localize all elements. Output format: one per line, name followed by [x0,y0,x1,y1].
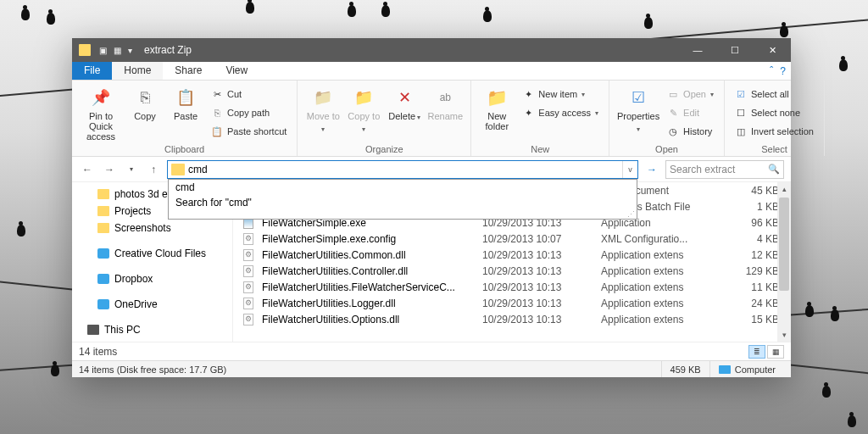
scrollbar[interactable]: ▴ ▾ [777,182,791,342]
move-to-button[interactable]: Move to [304,84,342,135]
pin-quick-access-button[interactable]: Pin to Quick access [79,84,123,142]
new-folder-button[interactable]: New folder [478,84,515,131]
rename-button[interactable]: Rename [426,84,464,121]
file-row[interactable]: FileWatcherUtilities.Controller.dll10/29… [233,263,791,279]
new-item-icon: ✦ [522,88,534,100]
file-name: FileWatcherUtilities.Common.dll [262,249,482,261]
tab-file[interactable]: File [72,62,112,80]
minimize-button[interactable]: — [679,38,716,62]
file-row[interactable]: FileWatcherSimple.exe.config10/29/2013 1… [233,231,791,247]
close-button[interactable]: ✕ [754,38,791,62]
file-row[interactable]: FileWatcherUtilities.Logger.dll10/29/201… [233,295,791,311]
open-button[interactable]: ▭Open [664,86,717,103]
sidebar-item[interactable]: Screenshots [72,220,232,236]
edit-button[interactable]: ✎Edit [664,104,717,121]
invert-selection-button[interactable]: ◫Invert selection [732,123,817,140]
file-type: Application extens [601,314,720,326]
scroll-thumb[interactable] [779,198,789,291]
tab-home[interactable]: Home [112,62,163,80]
address-dropdown-icon[interactable]: v [622,161,637,178]
new-item-button[interactable]: ✦New item [519,86,602,103]
file-icon [242,265,255,277]
scroll-up-icon[interactable]: ▴ [777,182,791,196]
qat-properties-icon[interactable]: ▣ [99,46,107,55]
scroll-down-icon[interactable]: ▾ [777,328,791,342]
file-size: 1 KB [720,201,779,213]
sidebar-item[interactable]: OneDrive [72,296,232,313]
paste-button[interactable]: Paste [167,84,204,121]
maximize-button[interactable]: ☐ [716,38,754,62]
file-type: Application extens [601,249,720,261]
cut-button[interactable]: Cut [208,86,290,103]
help-icon[interactable]: ? [780,65,786,77]
tab-share[interactable]: Share [163,62,214,80]
file-name: FileWatcherUtilities.Logger.dll [262,298,482,309]
file-name: FileWatcherSimple.exe.config [262,233,482,245]
copy-button[interactable]: Copy [126,84,164,121]
cut-icon [211,88,223,100]
file-date: 10/29/2013 10:07 [482,233,601,245]
sidebar-item[interactable]: Creative Cloud Files [72,245,232,262]
sidebar-item[interactable]: 3D Objects [72,338,232,342]
easy-access-button[interactable]: ✦Easy access [519,104,602,121]
tab-view[interactable]: View [214,62,259,80]
open-icon: ▭ [667,88,679,100]
copy-path-button[interactable]: Copy path [208,104,290,121]
new-folder-icon [485,86,509,109]
resize-grip-icon[interactable]: ⋰ [169,210,637,219]
icons-view-button[interactable]: ▦ [767,345,784,359]
forward-button[interactable]: → [101,161,118,178]
sidebar-item[interactable]: Dropbox [72,270,232,287]
properties-button[interactable]: Properties [616,84,660,135]
group-label: Select [732,142,817,154]
history-button[interactable]: ◷History [664,123,717,140]
file-icon [242,249,255,261]
sidebar-item-label: This PC [104,324,141,336]
file-name: FileWatcherUtilities.FileWatcherServiceC… [262,281,482,293]
copy-icon [133,86,157,109]
items-bar: 14 items ≣ ▦ [72,342,791,360]
up-button[interactable]: ↑ [145,161,162,178]
file-size: 45 KB [720,185,779,197]
file-type: Application extens [601,265,720,277]
address-bar[interactable]: v cmd Search for "cmd" ⋰ [167,160,638,179]
address-input[interactable] [188,162,622,177]
file-row[interactable]: FileWatcherUtilities.Options.dll10/29/20… [233,311,791,327]
suggestion-item[interactable]: cmd [169,180,637,195]
suggestion-item[interactable]: Search for "cmd" [169,195,637,210]
address-row: ← → ▾ ↑ v cmd Search for "cmd" ⋰ → Searc… [72,157,791,182]
file-date: 10/29/2013 10:13 [482,298,601,309]
details-view-button[interactable]: ≣ [748,345,765,359]
paste-shortcut-button[interactable]: Paste shortcut [208,123,290,140]
delete-button[interactable]: Delete [386,84,423,123]
status-size: 459 KB [661,361,709,377]
file-row[interactable]: FileWatcherUtilities.FileWatcherServiceC… [233,279,791,295]
group-label: Open [616,142,717,154]
qat-dropdown-icon[interactable]: ▾ [128,46,132,55]
file-row[interactable]: FileWatcherUtilities.Common.dll10/29/201… [233,247,791,263]
sidebar-item-label: 3D Objects [120,341,170,342]
paste-icon [174,86,198,109]
copy-to-button[interactable]: Copy to [345,84,382,135]
history-icon: ◷ [667,125,679,137]
address-suggestions: cmd Search for "cmd" ⋰ [168,179,637,220]
search-icon[interactable]: 🔍 [768,164,780,175]
select-all-button[interactable]: Select all [732,86,817,103]
select-none-button[interactable]: ☐Select none [732,104,817,121]
qat-newfolder-icon[interactable]: ▦ [114,46,121,55]
group-label: Clipboard [79,142,290,154]
back-button[interactable]: ← [79,161,96,178]
file-name: FileWatcherUtilities.Controller.dll [262,265,482,277]
go-button[interactable]: → [643,161,660,178]
sidebar-item-label: OneDrive [114,298,158,310]
rename-icon [433,86,457,109]
recent-dropdown[interactable]: ▾ [123,161,140,178]
easy-access-icon: ✦ [522,107,534,119]
status-bar: 14 items (Disk free space: 17.7 GB) 459 … [72,360,791,377]
search-box[interactable]: Search extract 🔍 [665,160,784,179]
sidebar-item[interactable]: This PC [72,321,232,338]
properties-icon [626,86,650,109]
ribbon-tabs: File Home Share View ˆ ? [72,62,791,81]
ribbon-collapse-icon[interactable]: ˆ [770,65,773,77]
copy-path-icon [211,107,223,119]
